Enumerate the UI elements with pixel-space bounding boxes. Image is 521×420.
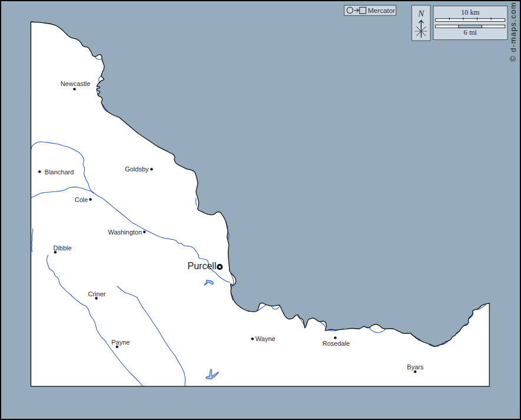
svg-text:Rosedale: Rosedale — [323, 340, 350, 347]
svg-text:Purcell: Purcell — [188, 261, 217, 271]
svg-text:Blanchard: Blanchard — [45, 168, 74, 176]
svg-text:Newcastle: Newcastle — [61, 80, 91, 87]
svg-text:Byars: Byars — [407, 363, 424, 371]
svg-text:Criner: Criner — [88, 290, 106, 297]
svg-text:Wayne: Wayne — [255, 335, 276, 342]
svg-text:Dibble: Dibble — [53, 244, 71, 252]
svg-text:10 km: 10 km — [461, 8, 480, 16]
svg-text:N: N — [417, 9, 424, 18]
svg-text:Goldsby: Goldsby — [125, 166, 149, 173]
svg-text:Washington: Washington — [108, 229, 142, 236]
svg-text:Cole: Cole — [75, 196, 88, 203]
svg-text:6 mi: 6 mi — [464, 28, 477, 37]
svg-text:Mercator: Mercator — [368, 6, 395, 14]
svg-text:© d-maps.com: © d-maps.com — [509, 2, 517, 62]
svg-text:Payne: Payne — [111, 339, 130, 346]
